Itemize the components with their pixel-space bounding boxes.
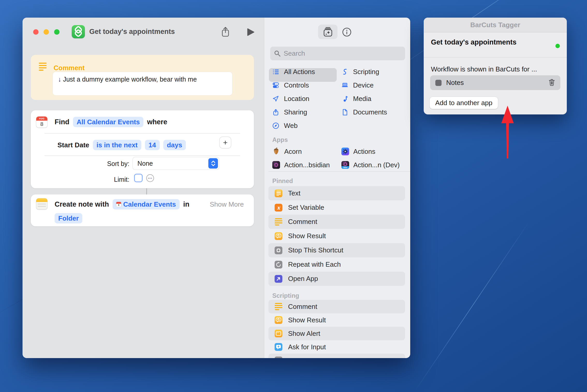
action-item-stop-this-shortcut[interactable]: Stop This Shortcut [268,243,405,257]
category-device[interactable]: Device [341,79,373,91]
ellipsis-icon[interactable]: ⋯ [146,174,154,182]
calendar-app-icon: AUG 8 [36,117,47,128]
create-note-verb: Create note with [55,200,109,208]
stop-action-icon [275,246,282,254]
zoom-button[interactable] [54,29,60,35]
action-item-text[interactable]: Text [268,186,405,200]
action-for-obsidian-app-icon [272,161,280,169]
app-label: Acorn [284,148,302,156]
show-more-link[interactable]: Show More [192,198,244,210]
action-label: Repeat with Each [288,260,341,268]
chevron-up-down-icon [208,158,218,169]
comment-text-input[interactable]: ↓ Just a dummy example workflow, bear wi… [53,72,232,95]
barcuts-app-row[interactable]: Notes [430,75,560,90]
barcuts-description: Workflow is shown in BarCuts for ... [431,65,537,73]
shortcuts-window: Get today's appointments Comment [23,18,410,358]
info-tab[interactable] [342,27,351,37]
folder-pill[interactable]: Folder [55,213,82,223]
divider [45,133,240,134]
filter-operator-pill[interactable]: is in the next [93,140,141,150]
shortcuts-app-icon [72,25,85,38]
text-action-icon [275,190,282,197]
filter-field-label: Start Date [57,141,89,149]
compass-icon [272,122,279,129]
repeat-action-icon [275,261,282,268]
status-dot [555,44,560,48]
trash-icon[interactable] [548,79,555,87]
comment-action-block: Comment ↓ Just a dummy example workflow,… [31,55,254,100]
list-bullet-icon [272,68,279,75]
action-item-set-variable[interactable]: x Set Variable [268,200,405,215]
block-connector-line [146,188,147,194]
search-field[interactable] [270,47,405,60]
action-item-ask-for-input[interactable]: Ask for Input [268,340,405,354]
document-icon [341,109,348,116]
search-icon [274,50,281,57]
comment-action-icon [275,303,282,310]
category-scripting[interactable]: Scripting [341,66,379,77]
barcuts-tagger-window: BarCuts Tagger Get today's appointments … [424,18,567,114]
wallpaper-facet-line [414,220,530,392]
category-location[interactable]: Location [272,93,309,104]
category-documents[interactable]: Documents [341,106,387,118]
show-result-action-icon [275,232,282,240]
sort-by-label: Sort by: [31,160,129,168]
action-item-show-result-scripting[interactable]: Show Result [268,313,405,327]
action-label: Stop This Shortcut [288,246,343,254]
action-label: Show Result [288,316,326,324]
sort-by-select[interactable]: None [133,157,219,170]
action-label: Comment [288,218,317,226]
category-controls[interactable]: Controls [272,79,309,91]
info-icon [342,27,351,37]
acorn-app-icon [272,148,280,155]
location-arrow-icon [272,95,279,102]
action-item-show-result[interactable]: Show Result [268,229,405,243]
app-item-actionfor-obsidian[interactable]: Action...bsidian [272,159,330,171]
dev-badge: Dev [341,166,349,169]
limit-label: Limit: [31,176,129,183]
app-item-actionfor-obsidian-dev[interactable]: Dev Action...n (Dev) [341,159,400,171]
category-label: Documents [353,108,387,116]
category-label: Media [353,95,371,103]
workflow-editor-pane: Get today's appointments Comment [23,18,264,358]
apps-section-header: Apps [272,136,288,143]
action-item-partial[interactable] [268,354,405,358]
category-web[interactable]: Web [272,120,298,131]
category-label: Sharing [284,108,307,116]
music-note-icon [341,95,348,102]
category-label: Location [284,95,309,103]
action-item-repeat-with-each[interactable]: Repeat with Each [268,257,405,272]
add-filter-button[interactable]: + [220,137,231,148]
category-all-actions[interactable]: All Actions [272,66,315,77]
show-result-action-icon [275,316,282,324]
minimize-button[interactable] [43,29,49,35]
barcuts-app-label: Notes [446,79,548,87]
barcuts-titlebar[interactable]: BarCuts Tagger [424,18,567,32]
limit-checkbox[interactable] [134,174,143,182]
action-item-comment[interactable]: Comment [268,215,405,229]
filter-unit-pill[interactable]: days [163,140,186,150]
calendar-events-variable-pill[interactable]: 8 Calendar Events [113,199,180,209]
open-app-action-icon [275,275,282,283]
sort-by-value: None [133,160,208,167]
action-library-tab[interactable] [318,25,337,39]
category-media[interactable]: Media [341,93,371,104]
app-item-acorn[interactable]: Acorn [272,146,302,157]
subject-pill[interactable]: All Calendar Events [73,117,143,127]
action-item-show-alert[interactable]: Show Alert [268,327,405,340]
actions-app-icon [341,148,349,155]
category-label: Web [284,122,298,130]
filter-value-pill[interactable]: 14 [145,140,160,150]
pinned-section-header: Pinned [272,177,293,185]
add-to-another-app-button[interactable]: Add to another app [430,97,498,109]
app-item-actions[interactable]: Actions [341,146,375,157]
action-item-open-app[interactable]: Open App [268,272,405,286]
share-icon[interactable] [221,26,230,39]
close-button[interactable] [33,29,39,35]
category-sharing[interactable]: Sharing [272,106,307,118]
search-input[interactable] [284,49,392,57]
run-shortcut-icon[interactable] [247,28,255,37]
app-label: Action...bsidian [284,161,330,169]
app-label: Actions [353,148,375,156]
action-item-comment-scripting[interactable]: Comment [268,300,405,313]
